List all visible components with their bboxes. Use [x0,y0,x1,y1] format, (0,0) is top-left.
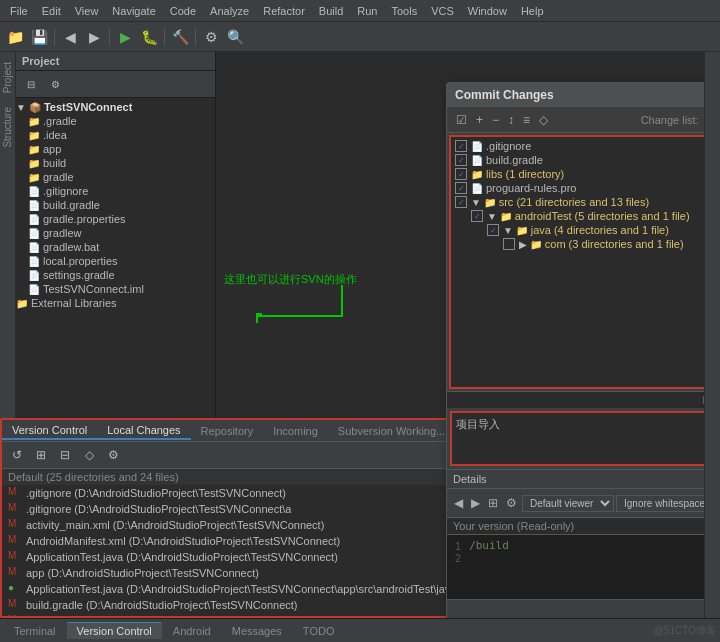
details-prev-btn[interactable]: ◀ [451,495,466,511]
vc-item-8[interactable]: M build.gradle (D:\AndroidStudioProject\… [2,613,498,616]
sidebar-item-build[interactable]: 📁 build [16,156,215,170]
expand-btn[interactable]: + [473,112,486,128]
dft-checkbox-java[interactable]: ✓ [487,224,499,236]
dft-java[interactable]: ✓ ▼ 📁 java (4 directories and 1 file) [451,223,704,237]
side-tab-project[interactable]: Project [0,56,15,99]
vc-item-1[interactable]: M .gitignore (D:\AndroidStudioProject\Te… [2,501,498,517]
details-expand-btn[interactable]: ⊞ [485,495,501,511]
viewer-select[interactable]: Default viewer [522,495,614,512]
menubar-help[interactable]: Help [515,3,550,19]
vc-tab-version-control[interactable]: Version Control [2,422,97,440]
vc-item-7[interactable]: M build.gradle (D:\AndroidStudioProject\… [2,597,498,613]
vc-item-3[interactable]: M AndroidManifest.xml (D:\AndroidStudioP… [2,533,498,549]
menubar-build[interactable]: Build [313,3,349,19]
filter-btn[interactable]: ≡ [520,112,533,128]
toolbar-forward-btn[interactable]: ▶ [83,26,105,48]
tab-android[interactable]: Android [163,623,221,639]
menubar-refactor[interactable]: Refactor [257,3,311,19]
folder-icon: ▶ 📁 [519,239,542,250]
side-tab-structure[interactable]: Structure [0,101,15,154]
dft-proguard[interactable]: ✓ 📄 proguard-rules.pro [451,181,704,195]
details-options-btn[interactable]: ⚙ [503,495,520,511]
vc-diff-btn[interactable]: ◇ [78,444,100,466]
toolbar-build-btn[interactable]: 🔨 [169,26,191,48]
toolbar-debug-btn[interactable]: 🐛 [138,26,160,48]
menubar-code[interactable]: Code [164,3,202,19]
check-all-btn[interactable]: ☑ [453,112,470,128]
menubar-vcs[interactable]: VCS [425,3,460,19]
folder-icon: ▼ 📁 [503,225,528,236]
toolbar-back-btn[interactable]: ◀ [59,26,81,48]
dft-checkbox-buildgradle[interactable]: ✓ [455,154,467,166]
dft-checkbox-com[interactable] [503,238,515,250]
sidebar-item-app[interactable]: 📁 app [16,142,215,156]
menubar-navigate[interactable]: Navigate [106,3,161,19]
menubar-view[interactable]: View [69,3,105,19]
vc-refresh-btn[interactable]: ↺ [6,444,28,466]
vc-default-header: Default (25 directories and 24 files) [2,469,498,485]
toolbar-run-btn[interactable]: ▶ [114,26,136,48]
ignore-select[interactable]: Ignore whitespaces and empty lines [616,495,704,512]
dft-buildgradle[interactable]: ✓ 📄 build.gradle [451,153,704,167]
vc-tab-local-changes[interactable]: Local Changes [97,422,190,440]
sidebar-item-extlibs[interactable]: 📁 External Libraries [16,296,215,310]
tab-todo[interactable]: TODO [293,623,345,639]
dft-checkbox-androidtest[interactable]: ✓ [471,210,483,222]
sidebar-item-idea[interactable]: 📁 .idea [16,128,215,142]
menubar-window[interactable]: Window [462,3,513,19]
details-next-btn[interactable]: ▶ [468,495,483,511]
menubar-run[interactable]: Run [351,3,383,19]
tab-messages[interactable]: Messages [222,623,292,639]
sidebar-item-gradlewbat[interactable]: 📄 gradlew.bat [16,240,215,254]
diff-btn[interactable]: ◇ [536,112,551,128]
tab-version-control[interactable]: Version Control [67,622,162,639]
menubar-analyze[interactable]: Analyze [204,3,255,19]
commit-message-input[interactable]: 项目导入 [450,411,704,466]
vc-item-2[interactable]: M activity_main.xml (D:\AndroidStudioPro… [2,517,498,533]
vc-collapse-btn[interactable]: ⊟ [54,444,76,466]
dft-androidtest[interactable]: ✓ ▼ 📁 androidTest (5 directories and 1 f… [451,209,704,223]
sidebar-item-testiml[interactable]: 📄 TestSVNConnect.iml [16,282,215,296]
vc-item-4[interactable]: M ApplicationTest.java (D:\AndroidStudio… [2,549,498,565]
vc-item-0[interactable]: M .gitignore (D:\AndroidStudioProject\Te… [2,485,498,501]
dft-checkbox-proguard[interactable]: ✓ [455,182,467,194]
toolbar-search-btn[interactable]: 🔍 [224,26,246,48]
menubar-edit[interactable]: Edit [36,3,67,19]
vc-tab-subversion[interactable]: Subversion Working... [328,423,455,439]
sidebar-item-localprops[interactable]: 📄 local.properties [16,254,215,268]
dft-com[interactable]: ▶ 📁 com (3 directories and 1 file) [451,237,704,251]
sidebar-item-gradleprops[interactable]: 📄 gradle.properties [16,212,215,226]
toolbar-save-btn[interactable]: 💾 [28,26,50,48]
sidebar-item-gitignore[interactable]: 📄 .gitignore [16,184,215,198]
vc-item-5[interactable]: M app (D:\AndroidStudioProject\TestSVNCo… [2,565,498,581]
dft-checkbox-gitignore[interactable]: ✓ [455,140,467,152]
dft-checkbox-src[interactable]: ✓ [455,196,467,208]
sidebar-collapse-btn[interactable]: ⊟ [20,73,42,95]
sidebar-item-gradle[interactable]: 📁 .gradle [16,114,215,128]
sidebar-item-settingsgradle[interactable]: 📄 settings.gradle [16,268,215,282]
vc-content: Default (25 directories and 24 files) M … [2,469,498,616]
vc-settings-btn[interactable]: ⚙ [102,444,124,466]
dft-checkbox-libs[interactable]: ✓ [455,168,467,180]
toolbar-settings-btn[interactable]: ⚙ [200,26,222,48]
sort-btn[interactable]: ↕ [505,112,517,128]
dialog-left-panel: ☑ + − ↕ ≡ ◇ Change list: Default ✓ 📄 [447,107,704,599]
tab-terminal[interactable]: Terminal [4,623,66,639]
sidebar-item-buildgradle[interactable]: 📄 build.gradle [16,198,215,212]
dft-gitignore[interactable]: ✓ 📄 .gitignore [451,139,704,153]
collapse-btn[interactable]: − [489,112,502,128]
vc-item-6[interactable]: ● ApplicationTest.java (D:\AndroidStudio… [2,581,498,597]
modified-icon: M [8,486,22,500]
dft-libs[interactable]: ✓ 📁 libs (1 directory) [451,167,704,181]
vc-tab-repository[interactable]: Repository [191,423,264,439]
menubar-file[interactable]: File [4,3,34,19]
toolbar-open-btn[interactable]: 📁 [4,26,26,48]
sidebar-item-gradle-folder[interactable]: 📁 gradle [16,170,215,184]
sidebar-item-gradlew[interactable]: 📄 gradlew [16,226,215,240]
menubar-tools[interactable]: Tools [385,3,423,19]
dft-src[interactable]: ✓ ▼ 📁 src (21 directories and 13 files) [451,195,704,209]
vc-expand-btn[interactable]: ⊞ [30,444,52,466]
sidebar-item-root[interactable]: ▼ 📦 TestSVNConnect [16,100,215,114]
sidebar-settings-btn[interactable]: ⚙ [44,73,66,95]
vc-tab-incoming[interactable]: Incoming [263,423,328,439]
